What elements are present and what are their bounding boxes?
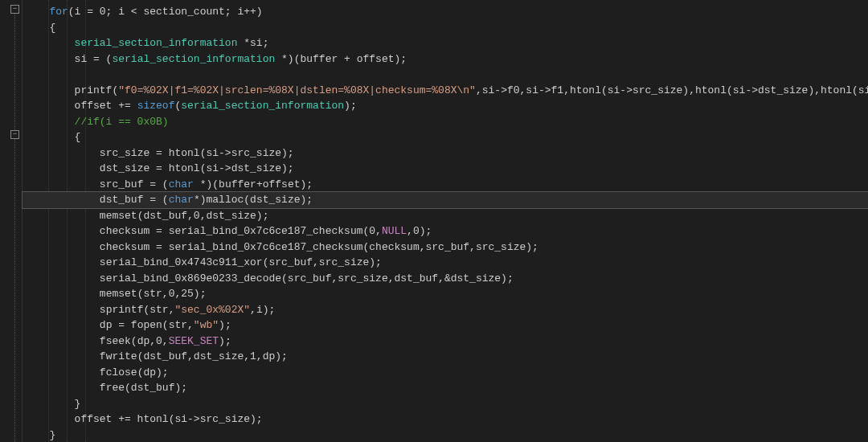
code-text: dp = fopen(str, [100, 319, 194, 331]
keyword: sizeof [137, 100, 175, 112]
code-line[interactable]: serial_bind_0x869e0233_decode(src_buf,sr… [23, 271, 868, 287]
code-text: *)malloc(dst_size); [194, 194, 313, 206]
code-text: } [75, 398, 81, 410]
fold-toggle-icon[interactable]: − [10, 5, 19, 14]
code-text: ,i); [250, 304, 275, 316]
code-text: ); [219, 319, 231, 331]
code-text: free(dst_buf); [100, 382, 187, 394]
code-line-current[interactable]: dst_buf = (char*)malloc(dst_size); [23, 192, 868, 208]
code-text: fseek(dp,0, [100, 335, 169, 347]
comment: //if(i == 0x0B) [75, 116, 169, 128]
code-line[interactable]: serial_section_information *si; [23, 35, 868, 51]
code-line[interactable]: checksum = serial_bind_0x7c6ce187_checks… [23, 239, 868, 256]
code-line[interactable]: free(dst_buf); [23, 380, 868, 396]
code-line[interactable]: //if(i == 0x0B) [23, 114, 868, 130]
code-line[interactable]: { [23, 20, 868, 36]
code-text: dst_buf = ( [100, 194, 169, 206]
code-text: { [49, 22, 55, 34]
code-editor[interactable]: − − for(i = 0; i < section_count; i++) {… [0, 0, 868, 442]
code-text: serial_bind_0x869e0233_decode(src_buf,sr… [100, 272, 514, 284]
code-text: src_buf = ( [100, 178, 169, 190]
code-line[interactable]: dp = fopen(str,"wb"); [23, 317, 868, 334]
code-line[interactable]: for(i = 0; i < section_count; i++) [23, 4, 868, 20]
code-line[interactable]: checksum = serial_bind_0x7c6ce187_checks… [23, 223, 868, 239]
code-text: *)(buffer+offset); [194, 178, 313, 190]
code-text: offset += htonl(si->src_size); [75, 413, 263, 425]
code-line[interactable]: offset += htonl(si->src_size); [23, 411, 868, 428]
code-line[interactable]: memset(str,0,25); [23, 286, 868, 302]
code-text: serial_bind_0x4743c911_xor(src_buf,src_s… [100, 256, 382, 268]
code-line[interactable]: } [23, 428, 868, 443]
code-text: memset(dst_buf,0,dst_size); [100, 210, 269, 222]
function-call: printf [75, 84, 113, 96]
code-line[interactable]: fclose(dp); [23, 365, 868, 381]
code-text: dst_size = htonl(si->dst_size); [100, 162, 294, 174]
code-text: fwrite(dst_buf,dst_size,1,dp); [100, 350, 288, 362]
type-name: serial_section_information [75, 37, 238, 49]
string-literal: "wb" [194, 319, 219, 331]
code-text: src_size = htonl(si->src_size); [100, 147, 294, 159]
string-literal: "sec_0x%02X" [174, 304, 250, 316]
code-line[interactable]: src_buf = (char *)(buffer+offset); [23, 177, 868, 193]
code-line[interactable]: si = (serial_section_information *)(buff… [23, 51, 868, 68]
code-line[interactable]: { [23, 129, 868, 145]
code-text: *)(buffer + offset); [275, 53, 407, 65]
type-name: serial_section_information [112, 53, 275, 65]
fold-gutter: − − [0, 0, 23, 442]
keyword: char [169, 178, 194, 190]
code-line[interactable]: printf("f0=%02X|f1=%02X|srclen=%08X|dstl… [23, 83, 868, 99]
code-text: ,0); [407, 225, 432, 237]
fold-toggle-icon[interactable]: − [10, 130, 19, 139]
keyword: for [49, 6, 68, 18]
macro: NULL [382, 225, 407, 237]
code-line[interactable]: dst_size = htonl(si->dst_size); [23, 161, 868, 177]
code-text: checksum = serial_bind_0x7c6ce187_checks… [100, 241, 538, 253]
code-text: memset(str,0,25); [100, 288, 207, 300]
string-literal: "f0=%02X|f1=%02X|srclen=%08X|dstlen=%08X… [118, 84, 476, 96]
code-text: checksum = serial_bind_0x7c6ce187_checks… [100, 225, 382, 237]
code-text: *si; [237, 37, 268, 49]
code-text: } [49, 429, 55, 441]
code-text: ,si->f0,si->f1,htonl(si->src_size),htonl… [476, 84, 868, 96]
type-name: serial_section_information [181, 100, 344, 112]
code-text: offset += [75, 100, 137, 112]
code-text: sprintf(str, [100, 304, 175, 316]
code-text: { [75, 131, 81, 143]
code-text: ); [344, 100, 357, 112]
code-area[interactable]: for(i = 0; i < section_count; i++) { ser… [23, 0, 868, 442]
code-line[interactable]: fwrite(dst_buf,dst_size,1,dp); [23, 349, 868, 365]
code-line[interactable]: memset(dst_buf,0,dst_size); [23, 208, 868, 224]
keyword: char [169, 194, 194, 206]
code-line[interactable]: sprintf(str,"sec_0x%02X",i); [23, 302, 868, 318]
code-text: (i = 0; i < section_count; i++) [68, 6, 263, 18]
macro: SEEK_SET [169, 335, 219, 347]
code-text: si = ( [75, 53, 113, 65]
code-line[interactable]: src_size = htonl(si->src_size); [23, 145, 868, 162]
code-line[interactable]: fseek(dp,0,SEEK_SET); [23, 334, 868, 350]
code-line[interactable] [23, 67, 868, 83]
code-text: ); [219, 335, 231, 347]
fold-guide-line [14, 6, 15, 442]
code-text: fclose(dp); [100, 366, 169, 379]
code-line[interactable]: offset += sizeof(serial_section_informat… [23, 98, 868, 114]
code-line[interactable]: } [23, 396, 868, 412]
code-line[interactable]: serial_bind_0x4743c911_xor(src_buf,src_s… [23, 255, 868, 271]
